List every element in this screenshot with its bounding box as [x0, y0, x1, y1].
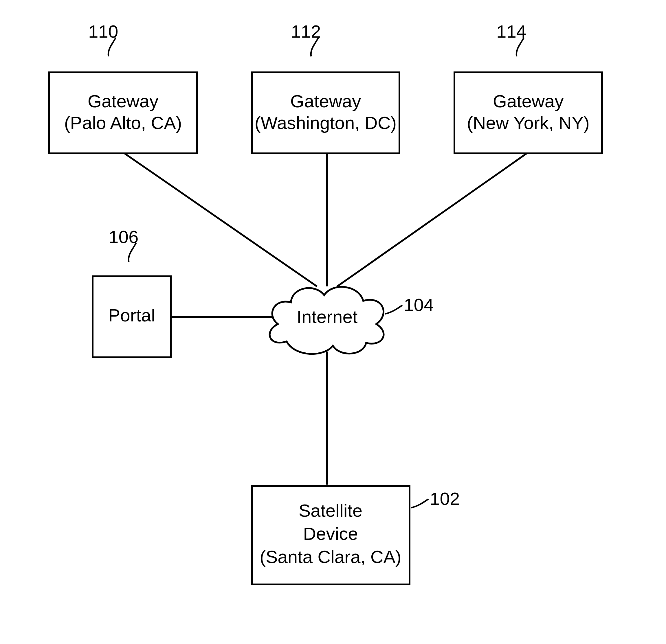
link-gateway1-internet [124, 153, 317, 286]
gateway-washington: Gateway (Washington, DC) 112 [252, 21, 399, 153]
refnum-104: 104 [404, 295, 434, 315]
gateway2-title: Gateway [290, 91, 361, 111]
portal-box: Portal 106 [93, 227, 171, 357]
gateway-palo-alto: Gateway (Palo Alto, CA) 110 [49, 21, 197, 153]
device-line2: Device [303, 524, 358, 543]
refnum-110: 110 [88, 21, 118, 41]
refnum-102: 102 [430, 489, 460, 508]
refnum-112: 112 [291, 21, 321, 41]
device-line1: Satellite [299, 501, 363, 520]
satellite-device: Satellite Device (Santa Clara, CA) 102 [252, 486, 460, 585]
gateway1-sub: (Palo Alto, CA) [64, 113, 182, 133]
gateway-newyork: Gateway (New York, NY) 114 [454, 21, 602, 153]
leader-104 [385, 305, 402, 314]
leader-102 [411, 499, 428, 508]
link-gateway3-internet [337, 153, 527, 286]
internet-label: Internet [297, 307, 357, 327]
gateway1-title: Gateway [88, 91, 159, 111]
gateway3-sub: (New York, NY) [467, 113, 590, 133]
portal-label: Portal [108, 305, 155, 325]
gateway2-sub: (Washington, DC) [255, 113, 397, 133]
diagram-canvas: Gateway (Palo Alto, CA) 110 Gateway (Was… [0, 0, 666, 644]
gateway3-title: Gateway [493, 91, 564, 111]
refnum-106: 106 [108, 227, 138, 247]
refnum-114: 114 [496, 21, 526, 41]
device-line3: (Santa Clara, CA) [260, 547, 401, 567]
internet-cloud: Internet 104 [270, 287, 434, 354]
